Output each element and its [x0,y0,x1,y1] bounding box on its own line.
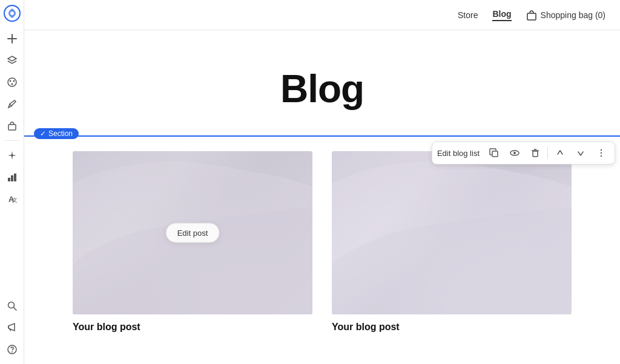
edit-toolbar: Edit blog list [432,141,615,164]
blog-card-1[interactable]: Edit post Your blog post [73,151,312,333]
eye-button[interactable] [506,145,523,161]
section-wrapper: ✓ Section Edit blog list [24,135,620,357]
help-icon[interactable] [2,340,22,359]
logo[interactable] [4,5,21,22]
section-label: Section [48,129,73,138]
shopping-bag[interactable]: Shopping bag (0) [526,10,605,21]
add-icon[interactable] [2,29,22,48]
svg-point-25 [513,152,516,154]
nav-blog[interactable]: Blog [492,9,511,21]
arrow-down-button[interactable] [572,145,589,161]
sidebar-divider [5,140,19,141]
search-icon[interactable] [2,296,22,316]
svg-rect-22 [527,13,536,20]
layers-icon[interactable] [2,51,22,70]
pen-icon[interactable] [2,94,22,114]
main-area: Store Blog Shopping bag (0) Blog ✓ Secti… [24,0,620,364]
section-check: ✓ [40,129,46,138]
palette-icon[interactable] [2,73,22,92]
blog-card-image-2 [332,151,572,314]
shopping-bag-icon [526,10,537,21]
svg-marker-18 [8,323,15,331]
svg-point-8 [11,83,13,85]
section-badge[interactable]: ✓ Section [34,128,79,139]
chart-icon[interactable] [2,167,22,187]
copy-button[interactable] [486,145,503,161]
svg-point-30 [601,152,602,154]
sparkle-icon[interactable] [2,146,22,165]
svg-text:文: 文 [12,197,18,203]
sidebar: A文 [0,0,24,364]
blog-card-title-1: Your blog post [73,322,312,333]
svg-rect-23 [492,151,498,157]
blog-grid: Edit post Your blog post Your blog post [24,137,620,357]
svg-point-21 [12,351,13,353]
blog-page-title: Blog [48,67,596,111]
blog-card-image-1: Edit post [73,151,312,314]
blog-hero: Blog [24,30,620,135]
sidebar-bottom [2,296,22,359]
blog-card-title-2: Your blog post [332,322,572,333]
trash-button[interactable] [527,145,544,161]
more-options-button[interactable] [593,145,610,161]
svg-point-5 [8,78,16,86]
svg-rect-10 [8,125,16,130]
svg-point-29 [601,149,602,151]
marketing-icon[interactable] [2,318,22,337]
page-content: Blog ✓ Section Edit blog list [24,30,620,364]
edit-toolbar-label: Edit blog list [437,149,480,158]
svg-point-31 [601,155,602,157]
shopping-bag-label: Shopping bag (0) [541,10,605,20]
toolbar-divider [547,147,548,159]
bag-icon[interactable] [2,116,22,135]
svg-marker-4 [8,56,16,61]
svg-point-6 [9,80,11,82]
arrow-up-button[interactable] [552,145,569,161]
topnav: Store Blog Shopping bag (0) [24,0,620,30]
blog-card-2[interactable]: Your blog post [332,151,572,333]
edit-post-button-1[interactable]: Edit post [166,223,220,243]
svg-point-7 [13,80,15,82]
svg-rect-13 [14,174,16,181]
translate-icon[interactable]: A文 [2,189,22,209]
svg-rect-11 [8,178,10,181]
svg-line-17 [13,308,16,311]
svg-rect-26 [533,151,538,157]
nav-store[interactable]: Store [458,10,478,20]
svg-point-1 [10,11,14,15]
svg-rect-12 [11,175,13,181]
